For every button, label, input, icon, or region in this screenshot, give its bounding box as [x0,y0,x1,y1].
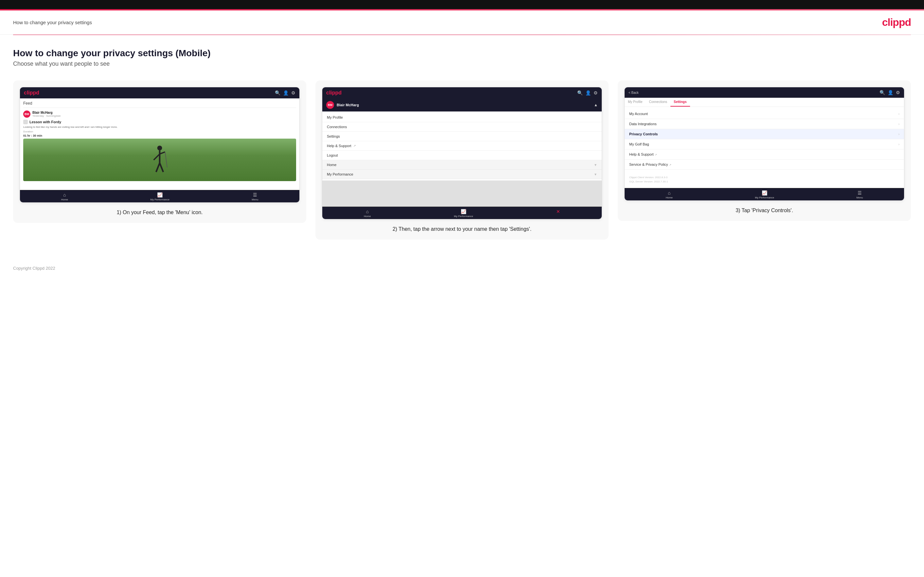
settings-icon-3[interactable]: ⚙ [896,90,900,95]
menu-user-row[interactable]: BM Blair McHarg ▲ [322,98,602,111]
profile-icon-2[interactable]: 👤 [585,90,591,95]
menu-item-my-profile[interactable]: My Profile [322,113,602,122]
bottom-nav-close-2[interactable]: ✕ [556,209,560,218]
menu-item-logout[interactable]: Logout [322,151,602,160]
phone-3-bottom-nav: ⌂ Home 📈 My Performance ☰ Menu [625,188,904,200]
copyright: Copyright Clippd 2022 [13,266,55,271]
bottom-nav-home-3[interactable]: ⌂ Home [666,190,673,199]
bottom-nav-performance-3[interactable]: 📈 My Performance [755,190,774,199]
phone-2-navbar: clippd 🔍 👤 ⚙ [322,87,602,98]
logo: clippd [882,16,911,29]
performance-icon: 📈 [157,192,163,197]
menu-section-home-chevron: ▼ [594,163,597,167]
blurred-bg [322,181,602,206]
home-icon-2: ⌂ [366,209,368,214]
settings-item-data-integrations[interactable]: Data Integrations › [625,119,904,129]
tab-my-profile[interactable]: My Profile [625,98,646,106]
tab-settings[interactable]: Settings [670,98,690,106]
step-3-card: < Back 🔍 👤 ⚙ My Profile Connections Sett… [618,81,911,221]
lesson-title: Lesson with Fordy [29,120,61,124]
menu-icon-3: ☰ [858,190,862,195]
step-2-phone: clippd 🔍 👤 ⚙ BM Blair McHarg ▲ [322,87,602,219]
page-subtitle: Choose what you want people to see [13,60,911,67]
step-1-card: clippd 🔍 👤 ⚙ Feed BM Blair McHarg [13,81,306,223]
settings-icon-2[interactable]: ⚙ [593,90,598,95]
bottom-nav-performance-1[interactable]: 📈 My Performance [150,192,170,201]
menu-section-home-label: Home [327,163,336,167]
profile-icon[interactable]: 👤 [283,90,289,95]
home-label: Home [61,198,68,201]
phone-1-content: Feed BM Blair McHarg Yesterday · Sunning… [20,98,299,190]
home-icon-3: ⌂ [668,190,670,195]
step-2-card: clippd 🔍 👤 ⚙ BM Blair McHarg ▲ [315,81,609,240]
profile-icon-3[interactable]: 👤 [888,90,893,95]
menu-label-3: Menu [856,196,863,199]
menu-item-help[interactable]: Help & Support ↗ [322,141,602,151]
menu-user: BM Blair McHarg [326,101,359,109]
tab-connections[interactable]: Connections [646,98,670,106]
steps-container: clippd 🔍 👤 ⚙ Feed BM Blair McHarg [13,81,911,240]
svg-line-2 [154,154,160,160]
close-icon-2: ✕ [556,209,560,214]
lesson-icon [23,120,28,124]
svg-line-6 [165,152,167,168]
feed-post: BM Blair McHarg Yesterday · Sunningdale … [23,111,296,181]
golf-bag-chevron: › [898,143,900,146]
search-icon-3[interactable]: 🔍 [879,90,885,95]
feed-user-meta: Yesterday · Sunningdale [32,114,61,118]
page-footer: Copyright Clippd 2022 [0,259,924,277]
settings-list: My Account › Data Integrations › Privacy… [625,107,904,172]
settings-item-golf-bag[interactable]: My Golf Bag › [625,139,904,149]
menu-items: My Profile Connections Settings Help & S… [322,111,602,181]
menu-item-connections[interactable]: Connections [322,122,602,132]
menu-item-settings[interactable]: Settings [322,132,602,141]
golfer-svg [151,143,169,179]
settings-tabs: My Profile Connections Settings [625,98,904,107]
bottom-nav-home-1[interactable]: ⌂ Home [61,192,68,201]
menu-avatar: BM [326,101,334,109]
privacy-controls-label: Privacy Controls [629,132,657,136]
avatar: BM [23,111,31,118]
menu-section-home[interactable]: Home ▼ [322,160,602,170]
help-external-icon: ↗ [655,153,657,156]
step-1-caption: 1) On your Feed, tap the 'Menu' icon. [116,209,202,216]
feed-duration-value: 01 hr : 30 min [23,134,296,137]
phone-2-logo: clippd [326,90,342,96]
bottom-nav-home-2[interactable]: ⌂ Home [364,209,371,218]
menu-label: Menu [252,198,258,201]
golf-bag-label: My Golf Bag [629,142,649,146]
menu-section-performance[interactable]: My Performance ▼ [322,170,602,179]
settings-item-my-account[interactable]: My Account › [625,109,904,119]
phone-1-logo: clippd [24,90,39,96]
step-3-phone: < Back 🔍 👤 ⚙ My Profile Connections Sett… [624,87,905,201]
performance-label: My Performance [150,198,170,201]
settings-item-service[interactable]: Service & Privacy Policy ↗ [625,160,904,170]
menu-icon: ☰ [253,192,257,197]
performance-label-2: My Performance [454,215,473,218]
search-icon[interactable]: 🔍 [275,90,280,95]
breadcrumb: How to change your privacy settings [13,19,92,25]
main-content: How to change your privacy settings (Mob… [0,35,924,259]
menu-section-perf-chevron: ▼ [594,172,597,176]
bottom-nav-menu-1[interactable]: ☰ Menu [252,192,258,201]
performance-label-3: My Performance [755,196,774,199]
menu-section-perf-label: My Performance [327,172,353,176]
data-integrations-chevron: › [898,122,900,126]
version-server: GQL Server Version: 2022.7.30-1 [629,180,900,184]
settings-icon[interactable]: ⚙ [291,90,296,95]
svg-line-5 [160,163,163,172]
version-info: Clippd Client Version: 2022.8.3-3 GQL Se… [625,172,904,188]
phone-3-nav-icons: 🔍 👤 ⚙ [879,90,900,95]
back-button[interactable]: < Back [628,91,639,95]
svg-line-3 [160,152,165,154]
external-icon: ↗ [353,144,356,147]
settings-item-help[interactable]: Help & Support ↗ [625,149,904,160]
bottom-nav-menu-3[interactable]: ☰ Menu [856,190,863,199]
svg-line-4 [156,163,160,172]
bottom-nav-performance-2[interactable]: 📈 My Performance [454,209,473,218]
settings-item-privacy-controls[interactable]: Privacy Controls › [625,129,904,139]
search-icon-2[interactable]: 🔍 [577,90,583,95]
phone-1-nav-icons: 🔍 👤 ⚙ [275,90,296,95]
menu-chevron-up[interactable]: ▲ [594,103,598,107]
phone-3-navbar: < Back 🔍 👤 ⚙ [625,87,904,98]
